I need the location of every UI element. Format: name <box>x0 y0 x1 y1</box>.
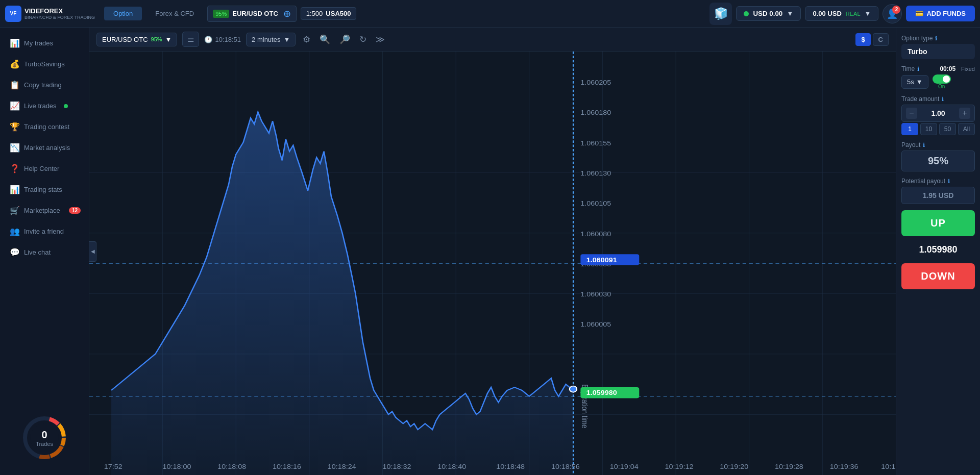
clock-icon: 🕐 <box>204 36 212 43</box>
trade-amount-plus-button[interactable]: + <box>959 108 970 119</box>
svg-text:1.060091: 1.060091 <box>586 257 617 264</box>
live-trades-icon: 📈 <box>10 101 19 111</box>
potential-payout-section: Potential payout ℹ 1.95 USD <box>901 178 975 204</box>
logo-icon: VF <box>5 6 21 22</box>
sidebar-label-turbosavings: TurboSavings <box>24 60 65 68</box>
sidebar-item-my-trades[interactable]: 📊 My trades <box>0 33 89 54</box>
balance-dot <box>744 11 749 16</box>
chart-right-buttons: $ C <box>855 33 889 46</box>
time-select[interactable]: 5s ▼ <box>901 75 928 89</box>
chart-time: 🕐 10:18:51 <box>204 36 241 43</box>
trade-amount-info-icon[interactable]: ℹ <box>942 96 944 103</box>
trade-amount-minus-button[interactable]: − <box>906 108 917 119</box>
tab-option[interactable]: Option <box>104 7 142 20</box>
tab-forex-cfd[interactable]: Forex & CFD <box>146 7 203 20</box>
svg-text:10:19:36: 10:19:36 <box>830 463 859 470</box>
collapse-sidebar-arrow[interactable]: ◀ <box>89 241 96 262</box>
sidebar-label-trading-contest: Trading contest <box>24 123 69 131</box>
sidebar-item-live-trades[interactable]: 📈 Live trades <box>0 95 89 116</box>
trade-amount-section: Trade amount ℹ − 1.00 + 1 10 50 All <box>901 95 975 135</box>
option-type-title: Option type ℹ <box>901 35 975 42</box>
3d-icon: 🧊 <box>709 3 732 25</box>
time-title: Time ℹ 00:05 Fixed <box>901 65 975 72</box>
header: VF VIDEFOREX BINARY.CFD & FOREX TRADING … <box>0 0 980 28</box>
down-button[interactable]: DOWN <box>901 263 975 289</box>
time-info-icon[interactable]: ℹ <box>917 66 919 72</box>
payout-section: Payout ℹ 95% <box>901 141 975 171</box>
svg-point-29 <box>570 386 577 392</box>
payout-value: 95% <box>901 151 975 171</box>
sidebar-label-trading-stats: Trading stats <box>24 186 62 193</box>
sidebar-item-marketplace[interactable]: 🛒 Marketplace 12 <box>0 200 89 221</box>
sidebar-item-trading-contest[interactable]: 🏆 Trading contest <box>0 116 89 137</box>
up-button[interactable]: UP <box>901 210 975 236</box>
svg-text:10:1: 10:1 <box>881 463 895 470</box>
pair-name: EUR/USD OTC <box>102 36 148 43</box>
trades-label: Trades <box>36 441 53 447</box>
balance-chevron: ▼ <box>787 10 793 17</box>
option-type-info-icon[interactable]: ℹ <box>935 35 937 42</box>
add-funds-button[interactable]: 💳 ADD FUNDS <box>906 6 975 21</box>
svg-text:10:18:40: 10:18:40 <box>437 463 466 470</box>
sidebar-label-my-trades: My trades <box>24 39 53 47</box>
account-select[interactable]: 0.00 USD REAL ▼ <box>805 6 878 21</box>
asset-chip-eurusd[interactable]: 95% EUR/USD OTC ⊕ <box>207 6 297 22</box>
drawing-tools-button[interactable]: ⚌ <box>182 32 199 47</box>
quick-amount-all[interactable]: All <box>958 123 975 135</box>
asset-chip-usa500[interactable]: 1:500 USA500 <box>301 7 357 20</box>
chart-toolbar: EUR/USD OTC 95% ▼ ⚌ 🕐 10:18:51 2 minutes… <box>89 28 896 52</box>
balance-button[interactable]: USD 0.00 ▼ <box>736 6 801 21</box>
sidebar-item-trading-stats[interactable]: 📊 Trading stats <box>0 179 89 200</box>
quick-amount-50[interactable]: 50 <box>939 123 956 135</box>
sidebar-item-copy-trading[interactable]: 📋 Copy trading <box>0 74 89 95</box>
svg-text:10:18:32: 10:18:32 <box>383 463 411 470</box>
asset-price-usa500: 1:500 <box>306 10 323 17</box>
toggle-button[interactable] <box>933 74 951 84</box>
sidebar-label-live-trades: Live trades <box>24 102 57 110</box>
more-button[interactable]: ≫ <box>374 32 387 47</box>
logo: VF VIDEFOREX BINARY.CFD & FOREX TRADING <box>5 6 95 22</box>
dollar-view-button[interactable]: $ <box>855 33 870 46</box>
zoom-out-button[interactable]: 🔍 <box>317 32 332 47</box>
potential-payout-title: Potential payout ℹ <box>901 178 975 185</box>
interval-select[interactable]: 2 minutes ▼ <box>246 33 296 46</box>
sidebar-label-live-chat: Live chat <box>24 248 51 256</box>
sidebar-item-market-analysis[interactable]: 📉 Market analysis <box>0 137 89 158</box>
sidebar-item-help-center[interactable]: ❓ Help Center <box>0 158 89 179</box>
quick-amount-10[interactable]: 10 <box>920 123 937 135</box>
turbosavings-icon: 💰 <box>10 59 19 69</box>
trade-amount-title: Trade amount ℹ <box>901 95 975 103</box>
asset-add-icon[interactable]: ⊕ <box>283 8 291 19</box>
notification-badge: 2 <box>892 6 900 14</box>
option-type-value: Turbo <box>901 44 975 59</box>
quick-amount-1[interactable]: 1 <box>901 123 918 135</box>
account-chevron: ▼ <box>865 10 871 17</box>
live-chat-icon: 💬 <box>10 247 19 257</box>
potential-payout-info-icon[interactable]: ℹ <box>948 178 950 185</box>
trades-circle-wrap: 0 Trades <box>0 406 89 470</box>
asset-pct-eurusd: 95% <box>213 10 229 18</box>
time-chevron-down-icon: ▼ <box>916 78 923 86</box>
candle-view-button[interactable]: C <box>873 33 889 46</box>
my-trades-icon: 📊 <box>10 38 19 48</box>
notifications-button[interactable]: 👤 2 <box>883 4 902 23</box>
svg-text:1.060205: 1.060205 <box>580 79 611 86</box>
pair-select[interactable]: EUR/USD OTC 95% ▼ <box>96 33 177 46</box>
account-type: REAL <box>846 11 861 17</box>
logo-sub: BINARY.CFD & FOREX TRADING <box>24 15 95 20</box>
help-center-icon: ❓ <box>10 164 19 173</box>
trading-contest-icon: 🏆 <box>10 122 19 132</box>
svg-text:10:19:12: 10:19:12 <box>665 463 694 470</box>
sidebar-item-invite-friend[interactable]: 👥 Invite a friend <box>0 221 89 242</box>
chart-area: ◀ EUR/USD OTC 95% ▼ ⚌ 🕐 10:18:51 2 minut… <box>89 28 896 475</box>
zoom-in-button[interactable]: 🔎 <box>337 32 352 47</box>
settings-button[interactable]: ⚙ <box>301 32 312 47</box>
balance-amount: USD 0.00 <box>753 10 782 17</box>
refresh-button[interactable]: ↻ <box>357 32 369 47</box>
svg-text:10:18:08: 10:18:08 <box>217 463 246 470</box>
payout-info-icon[interactable]: ℹ <box>923 142 925 148</box>
svg-text:10:18:56: 10:18:56 <box>551 463 580 470</box>
main-layout: 📊 My trades 💰 TurboSavings 📋 Copy tradin… <box>0 28 980 475</box>
sidebar-item-live-chat[interactable]: 💬 Live chat <box>0 242 89 263</box>
sidebar-item-turbosavings[interactable]: 💰 TurboSavings <box>0 54 89 74</box>
